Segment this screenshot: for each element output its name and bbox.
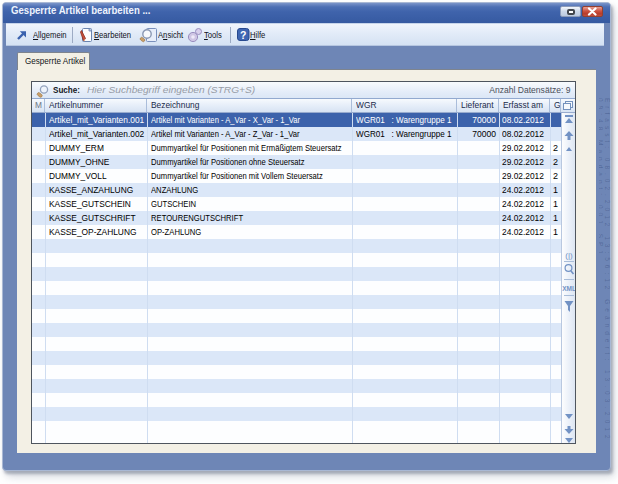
svg-text:?: ? — [240, 29, 246, 41]
svg-text:(|): (|) — [565, 251, 573, 260]
svg-text:XML: XML — [562, 285, 576, 292]
